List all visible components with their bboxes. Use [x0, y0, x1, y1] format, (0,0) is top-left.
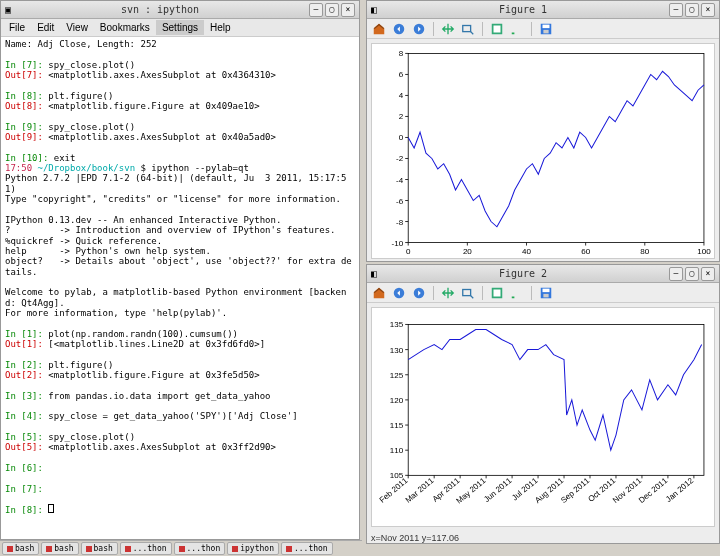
- svg-text:-8: -8: [396, 218, 404, 227]
- svg-text:Sep 2011: Sep 2011: [559, 476, 592, 505]
- svg-rect-4: [494, 25, 501, 32]
- menu-view[interactable]: View: [60, 20, 94, 35]
- minimize-button[interactable]: –: [669, 267, 683, 281]
- terminal-title: svn : ipython: [11, 4, 309, 15]
- svg-text:120: 120: [390, 396, 404, 405]
- taskbar-item[interactable]: ...thon: [174, 542, 226, 555]
- svg-text:40: 40: [522, 247, 531, 256]
- svg-text:Jun 2011: Jun 2011: [482, 476, 514, 504]
- menu-help[interactable]: Help: [204, 20, 237, 35]
- forward-icon[interactable]: [411, 21, 427, 37]
- figure-2-titlebar: ◧ Figure 2 – ▢ ×: [367, 265, 719, 283]
- svg-text:125: 125: [390, 371, 404, 380]
- svg-text:6: 6: [399, 70, 404, 79]
- svg-text:-10: -10: [392, 239, 404, 248]
- customize-icon[interactable]: [509, 285, 525, 301]
- maximize-button[interactable]: ▢: [685, 267, 699, 281]
- svg-text:115: 115: [390, 421, 404, 430]
- taskbar-item[interactable]: bash: [2, 542, 39, 555]
- svg-text:May 2011: May 2011: [455, 476, 488, 506]
- menu-bookmarks[interactable]: Bookmarks: [94, 20, 156, 35]
- svg-text:135: 135: [390, 320, 404, 329]
- taskbar: bashbashbash...thon...thonipython...thon: [0, 540, 362, 556]
- svg-text:4: 4: [399, 91, 404, 100]
- figure-2-title: Figure 2: [377, 268, 669, 279]
- taskbar-item[interactable]: bash: [41, 542, 78, 555]
- svg-text:Dec 2011: Dec 2011: [637, 476, 670, 505]
- zoom-icon[interactable]: [460, 21, 476, 37]
- taskbar-item[interactable]: ...thon: [120, 542, 172, 555]
- home-icon[interactable]: [371, 285, 387, 301]
- svg-text:130: 130: [390, 346, 404, 355]
- figure-1-titlebar: ◧ Figure 1 – ▢ ×: [367, 1, 719, 19]
- svg-rect-5: [512, 32, 515, 34]
- back-icon[interactable]: [391, 21, 407, 37]
- figure-2-status: x=Nov 2011 y=117.06: [367, 531, 719, 545]
- save-icon[interactable]: [538, 285, 554, 301]
- svg-rect-46: [494, 289, 501, 296]
- figure-2-plot[interactable]: 105110115120125130135Feb 2011Mar 2011Apr…: [371, 307, 715, 527]
- svg-text:-2: -2: [396, 155, 404, 164]
- svg-text:8: 8: [399, 49, 404, 58]
- svg-text:Jan 2012: Jan 2012: [664, 476, 696, 504]
- svg-rect-49: [543, 288, 550, 292]
- home-icon[interactable]: [371, 21, 387, 37]
- terminal-window: ▣ svn : ipython – ▢ × FileEditViewBookma…: [0, 0, 360, 540]
- figure-1-plot[interactable]: -10-8-6-4-202468020406080100: [371, 43, 715, 259]
- zoom-icon[interactable]: [460, 285, 476, 301]
- svg-rect-47: [512, 296, 515, 298]
- terminal-body[interactable]: Name: Adj Close, Length: 252 In [7]: spy…: [1, 37, 359, 539]
- minimize-button[interactable]: –: [309, 3, 323, 17]
- subplots-icon[interactable]: [489, 21, 505, 37]
- close-button[interactable]: ×: [701, 3, 715, 17]
- svg-text:110: 110: [390, 446, 404, 455]
- svg-text:2: 2: [399, 112, 404, 121]
- menu-edit[interactable]: Edit: [31, 20, 60, 35]
- close-button[interactable]: ×: [701, 267, 715, 281]
- maximize-button[interactable]: ▢: [685, 3, 699, 17]
- close-button[interactable]: ×: [341, 3, 355, 17]
- figure-2-window: ◧ Figure 2 – ▢ × 105110115120125130135Fe…: [366, 264, 720, 544]
- svg-text:-4: -4: [396, 176, 404, 185]
- pan-icon[interactable]: [440, 285, 456, 301]
- terminal-titlebar: ▣ svn : ipython – ▢ ×: [1, 1, 359, 19]
- subplots-icon[interactable]: [489, 285, 505, 301]
- terminal-menubar: FileEditViewBookmarksSettingsHelp: [1, 19, 359, 37]
- taskbar-item[interactable]: bash: [81, 542, 118, 555]
- svg-rect-9: [408, 53, 704, 242]
- back-icon[interactable]: [391, 285, 407, 301]
- svg-rect-44: [463, 289, 471, 295]
- svg-rect-51: [408, 324, 704, 475]
- svg-text:20: 20: [463, 247, 472, 256]
- customize-icon[interactable]: [509, 21, 525, 37]
- maximize-button[interactable]: ▢: [325, 3, 339, 17]
- forward-icon[interactable]: [411, 285, 427, 301]
- svg-rect-7: [543, 24, 550, 28]
- taskbar-item[interactable]: ipython: [227, 542, 279, 555]
- svg-text:80: 80: [640, 247, 649, 256]
- minimize-button[interactable]: –: [669, 3, 683, 17]
- save-icon[interactable]: [538, 21, 554, 37]
- svg-text:0: 0: [406, 247, 411, 256]
- pan-icon[interactable]: [440, 21, 456, 37]
- svg-rect-50: [543, 293, 548, 297]
- svg-text:-6: -6: [396, 197, 404, 206]
- menu-settings[interactable]: Settings: [156, 20, 204, 35]
- mpl-toolbar: [367, 283, 719, 303]
- mpl-toolbar: [367, 19, 719, 39]
- figure-1-title: Figure 1: [377, 4, 669, 15]
- svg-rect-2: [463, 25, 471, 31]
- svg-text:60: 60: [581, 247, 590, 256]
- taskbar-item[interactable]: ...thon: [281, 542, 333, 555]
- svg-rect-8: [543, 29, 548, 33]
- svg-text:Mar 2011: Mar 2011: [404, 476, 436, 505]
- menu-file[interactable]: File: [3, 20, 31, 35]
- svg-text:0: 0: [399, 133, 404, 142]
- svg-text:100: 100: [697, 247, 711, 256]
- figure-1-window: ◧ Figure 1 – ▢ × -10-8-6-4-2024680204060…: [366, 0, 720, 262]
